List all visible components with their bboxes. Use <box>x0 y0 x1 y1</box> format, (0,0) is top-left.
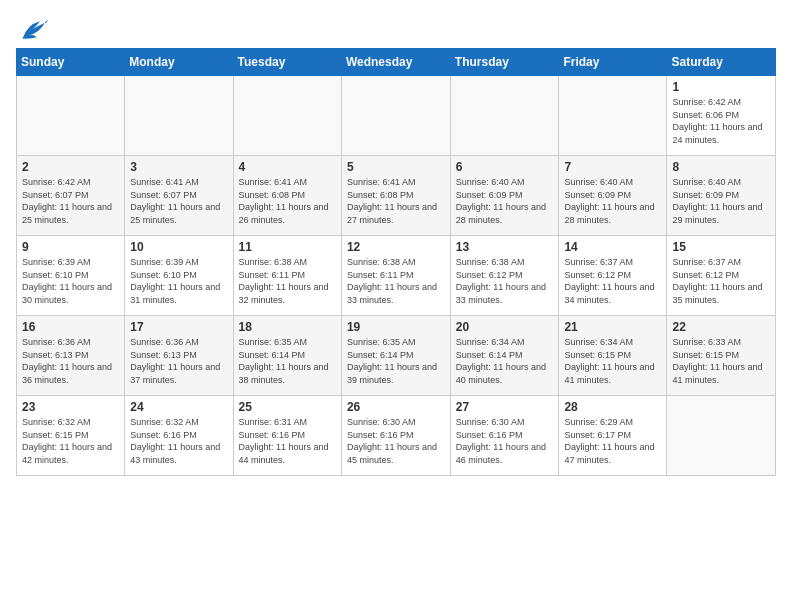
calendar-cell: 20Sunrise: 6:34 AM Sunset: 6:14 PM Dayli… <box>450 316 559 396</box>
day-info: Sunrise: 6:35 AM Sunset: 6:14 PM Dayligh… <box>239 336 336 386</box>
calendar-week-2: 2Sunrise: 6:42 AM Sunset: 6:07 PM Daylig… <box>17 156 776 236</box>
day-number: 8 <box>672 160 770 174</box>
day-number: 10 <box>130 240 227 254</box>
day-info: Sunrise: 6:30 AM Sunset: 6:16 PM Dayligh… <box>347 416 445 466</box>
day-number: 1 <box>672 80 770 94</box>
day-info: Sunrise: 6:36 AM Sunset: 6:13 PM Dayligh… <box>22 336 119 386</box>
calendar-cell <box>17 76 125 156</box>
day-info: Sunrise: 6:41 AM Sunset: 6:08 PM Dayligh… <box>239 176 336 226</box>
calendar-header-row: SundayMondayTuesdayWednesdayThursdayFrid… <box>17 49 776 76</box>
day-number: 11 <box>239 240 336 254</box>
calendar-cell: 16Sunrise: 6:36 AM Sunset: 6:13 PM Dayli… <box>17 316 125 396</box>
calendar-cell: 19Sunrise: 6:35 AM Sunset: 6:14 PM Dayli… <box>341 316 450 396</box>
calendar-cell: 6Sunrise: 6:40 AM Sunset: 6:09 PM Daylig… <box>450 156 559 236</box>
day-number: 5 <box>347 160 445 174</box>
calendar-cell: 23Sunrise: 6:32 AM Sunset: 6:15 PM Dayli… <box>17 396 125 476</box>
day-number: 9 <box>22 240 119 254</box>
calendar-cell: 15Sunrise: 6:37 AM Sunset: 6:12 PM Dayli… <box>667 236 776 316</box>
calendar-cell <box>233 76 341 156</box>
calendar-cell: 17Sunrise: 6:36 AM Sunset: 6:13 PM Dayli… <box>125 316 233 396</box>
day-info: Sunrise: 6:37 AM Sunset: 6:12 PM Dayligh… <box>564 256 661 306</box>
day-info: Sunrise: 6:34 AM Sunset: 6:14 PM Dayligh… <box>456 336 554 386</box>
day-number: 27 <box>456 400 554 414</box>
calendar-cell <box>341 76 450 156</box>
day-number: 7 <box>564 160 661 174</box>
calendar-cell: 4Sunrise: 6:41 AM Sunset: 6:08 PM Daylig… <box>233 156 341 236</box>
day-number: 28 <box>564 400 661 414</box>
day-info: Sunrise: 6:31 AM Sunset: 6:16 PM Dayligh… <box>239 416 336 466</box>
day-info: Sunrise: 6:39 AM Sunset: 6:10 PM Dayligh… <box>130 256 227 306</box>
calendar-cell <box>125 76 233 156</box>
day-number: 19 <box>347 320 445 334</box>
day-number: 22 <box>672 320 770 334</box>
calendar-cell: 24Sunrise: 6:32 AM Sunset: 6:16 PM Dayli… <box>125 396 233 476</box>
day-info: Sunrise: 6:35 AM Sunset: 6:14 PM Dayligh… <box>347 336 445 386</box>
calendar-week-5: 23Sunrise: 6:32 AM Sunset: 6:15 PM Dayli… <box>17 396 776 476</box>
calendar-cell: 18Sunrise: 6:35 AM Sunset: 6:14 PM Dayli… <box>233 316 341 396</box>
day-number: 20 <box>456 320 554 334</box>
calendar-cell: 26Sunrise: 6:30 AM Sunset: 6:16 PM Dayli… <box>341 396 450 476</box>
header-saturday: Saturday <box>667 49 776 76</box>
calendar-cell: 13Sunrise: 6:38 AM Sunset: 6:12 PM Dayli… <box>450 236 559 316</box>
calendar-cell: 12Sunrise: 6:38 AM Sunset: 6:11 PM Dayli… <box>341 236 450 316</box>
day-info: Sunrise: 6:30 AM Sunset: 6:16 PM Dayligh… <box>456 416 554 466</box>
calendar-cell: 3Sunrise: 6:41 AM Sunset: 6:07 PM Daylig… <box>125 156 233 236</box>
calendar-cell <box>450 76 559 156</box>
day-number: 18 <box>239 320 336 334</box>
calendar-cell: 28Sunrise: 6:29 AM Sunset: 6:17 PM Dayli… <box>559 396 667 476</box>
calendar-cell: 9Sunrise: 6:39 AM Sunset: 6:10 PM Daylig… <box>17 236 125 316</box>
day-number: 6 <box>456 160 554 174</box>
logo-icon <box>16 16 48 44</box>
day-info: Sunrise: 6:33 AM Sunset: 6:15 PM Dayligh… <box>672 336 770 386</box>
day-info: Sunrise: 6:32 AM Sunset: 6:15 PM Dayligh… <box>22 416 119 466</box>
day-info: Sunrise: 6:32 AM Sunset: 6:16 PM Dayligh… <box>130 416 227 466</box>
calendar-week-4: 16Sunrise: 6:36 AM Sunset: 6:13 PM Dayli… <box>17 316 776 396</box>
header-tuesday: Tuesday <box>233 49 341 76</box>
day-number: 24 <box>130 400 227 414</box>
day-number: 21 <box>564 320 661 334</box>
calendar-cell: 1Sunrise: 6:42 AM Sunset: 6:06 PM Daylig… <box>667 76 776 156</box>
calendar-cell <box>559 76 667 156</box>
calendar-cell: 22Sunrise: 6:33 AM Sunset: 6:15 PM Dayli… <box>667 316 776 396</box>
day-info: Sunrise: 6:40 AM Sunset: 6:09 PM Dayligh… <box>564 176 661 226</box>
day-info: Sunrise: 6:37 AM Sunset: 6:12 PM Dayligh… <box>672 256 770 306</box>
calendar-cell <box>667 396 776 476</box>
day-info: Sunrise: 6:40 AM Sunset: 6:09 PM Dayligh… <box>456 176 554 226</box>
day-info: Sunrise: 6:38 AM Sunset: 6:11 PM Dayligh… <box>347 256 445 306</box>
calendar-cell: 7Sunrise: 6:40 AM Sunset: 6:09 PM Daylig… <box>559 156 667 236</box>
header-friday: Friday <box>559 49 667 76</box>
day-info: Sunrise: 6:42 AM Sunset: 6:06 PM Dayligh… <box>672 96 770 146</box>
day-number: 16 <box>22 320 119 334</box>
header-monday: Monday <box>125 49 233 76</box>
day-number: 25 <box>239 400 336 414</box>
day-number: 14 <box>564 240 661 254</box>
header-wednesday: Wednesday <box>341 49 450 76</box>
day-info: Sunrise: 6:39 AM Sunset: 6:10 PM Dayligh… <box>22 256 119 306</box>
calendar-cell: 11Sunrise: 6:38 AM Sunset: 6:11 PM Dayli… <box>233 236 341 316</box>
calendar-week-1: 1Sunrise: 6:42 AM Sunset: 6:06 PM Daylig… <box>17 76 776 156</box>
calendar-cell: 21Sunrise: 6:34 AM Sunset: 6:15 PM Dayli… <box>559 316 667 396</box>
day-info: Sunrise: 6:40 AM Sunset: 6:09 PM Dayligh… <box>672 176 770 226</box>
day-number: 3 <box>130 160 227 174</box>
day-info: Sunrise: 6:38 AM Sunset: 6:11 PM Dayligh… <box>239 256 336 306</box>
calendar-table: SundayMondayTuesdayWednesdayThursdayFrid… <box>16 48 776 476</box>
calendar-cell: 14Sunrise: 6:37 AM Sunset: 6:12 PM Dayli… <box>559 236 667 316</box>
day-number: 4 <box>239 160 336 174</box>
day-info: Sunrise: 6:36 AM Sunset: 6:13 PM Dayligh… <box>130 336 227 386</box>
day-info: Sunrise: 6:34 AM Sunset: 6:15 PM Dayligh… <box>564 336 661 386</box>
day-info: Sunrise: 6:29 AM Sunset: 6:17 PM Dayligh… <box>564 416 661 466</box>
day-number: 23 <box>22 400 119 414</box>
calendar-cell: 10Sunrise: 6:39 AM Sunset: 6:10 PM Dayli… <box>125 236 233 316</box>
logo <box>16 16 52 44</box>
day-info: Sunrise: 6:41 AM Sunset: 6:08 PM Dayligh… <box>347 176 445 226</box>
page-header <box>16 16 776 44</box>
day-number: 17 <box>130 320 227 334</box>
calendar-cell: 8Sunrise: 6:40 AM Sunset: 6:09 PM Daylig… <box>667 156 776 236</box>
day-number: 15 <box>672 240 770 254</box>
day-number: 13 <box>456 240 554 254</box>
calendar-cell: 5Sunrise: 6:41 AM Sunset: 6:08 PM Daylig… <box>341 156 450 236</box>
header-thursday: Thursday <box>450 49 559 76</box>
header-sunday: Sunday <box>17 49 125 76</box>
day-info: Sunrise: 6:41 AM Sunset: 6:07 PM Dayligh… <box>130 176 227 226</box>
day-number: 26 <box>347 400 445 414</box>
